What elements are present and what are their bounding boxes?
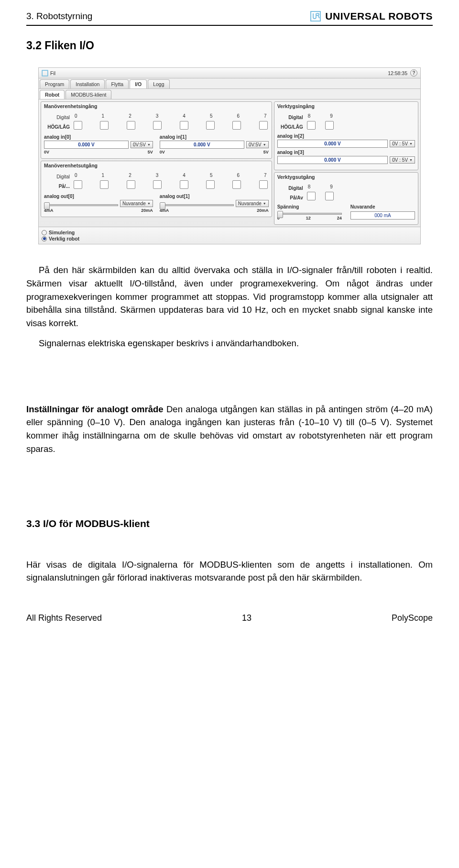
digital-label: Digital bbox=[277, 183, 306, 191]
scale-24: 24 bbox=[337, 216, 342, 220]
analog-in2-value: 0.000 V bbox=[277, 140, 388, 148]
digit-2: 2 bbox=[129, 173, 131, 178]
analog-out1-slider[interactable] bbox=[160, 204, 234, 206]
digit-4: 4 bbox=[183, 173, 186, 178]
simulering-label: Simulering bbox=[49, 230, 75, 235]
do-6[interactable] bbox=[232, 180, 241, 189]
para-3-runin: Inställningar för analogt område bbox=[26, 404, 164, 414]
ss-footer: Simulering Verklig robot bbox=[39, 227, 420, 244]
pa-label: På/... bbox=[44, 181, 73, 189]
digit-7: 7 bbox=[264, 173, 267, 178]
panel-controller-output: Manöverenhetsutgång Digital 0 1 2 3 4 5 … bbox=[41, 161, 272, 217]
footer-right: PolyScope bbox=[392, 613, 433, 623]
footer-page: 13 bbox=[242, 613, 251, 623]
scale-12: 12 bbox=[306, 216, 311, 220]
para-2: Signalernas elektriska egenskaper beskri… bbox=[26, 337, 433, 350]
do-5[interactable] bbox=[206, 180, 215, 189]
para-3: Inställningar för analogt område Den ana… bbox=[26, 403, 433, 456]
di-5 bbox=[206, 121, 215, 130]
digit-6: 6 bbox=[237, 173, 240, 178]
do-3[interactable] bbox=[153, 180, 162, 189]
di-3 bbox=[153, 121, 162, 130]
sub-tab-row: Robot MODBUS-klient bbox=[39, 89, 420, 99]
panel-controller-output-title: Manöverenhetsutgång bbox=[44, 163, 269, 168]
tdo-9[interactable] bbox=[325, 192, 334, 200]
digit-3: 3 bbox=[156, 173, 159, 178]
analog-in1-value: 0.000 V bbox=[160, 141, 244, 149]
do-0[interactable] bbox=[74, 180, 82, 189]
digit-2: 2 bbox=[129, 113, 131, 119]
do-2[interactable] bbox=[127, 180, 135, 189]
analog-out0-label: analog out[0] bbox=[44, 194, 153, 199]
analog-in3-range[interactable]: 0V : 5V bbox=[390, 156, 415, 164]
analog-in1-label: analog in[1] bbox=[160, 134, 269, 140]
analog-out0-slider[interactable] bbox=[44, 204, 118, 206]
doc-header: 3. Robotstyrning UNIVERSAL ROBOTS bbox=[26, 0, 433, 26]
radio-simulering[interactable] bbox=[42, 230, 47, 235]
brand-logo: UNIVERSAL ROBOTS bbox=[310, 11, 433, 22]
verklig-label: Verklig robot bbox=[49, 236, 79, 242]
digit-4: 4 bbox=[183, 113, 186, 119]
tab-modbus[interactable]: MODBUS-klient bbox=[66, 90, 111, 99]
scale-20ma: 20mA bbox=[141, 208, 153, 213]
tdi-8 bbox=[307, 121, 316, 130]
doc-footer: All Rights Reserved 13 PolyScope bbox=[26, 613, 433, 623]
di-1 bbox=[100, 121, 109, 130]
ss-topbar: Fil 12:58:35 ? bbox=[39, 68, 420, 78]
scale-20ma: 20mA bbox=[257, 208, 269, 213]
nuvarande-label: Nuvarande bbox=[350, 204, 415, 209]
para-1: På den här skärmbilden kan du alltid öve… bbox=[26, 264, 433, 330]
analog-in0-label: analog in[0] bbox=[44, 134, 153, 140]
digit-7: 7 bbox=[264, 113, 267, 119]
ur-logo-small-icon bbox=[42, 70, 48, 77]
digit-0: 0 bbox=[75, 113, 77, 119]
panel-tool-output-title: Verktygsutgång bbox=[277, 174, 415, 180]
file-menu[interactable]: Fil bbox=[50, 70, 55, 76]
main-tab-row: Program Installation Flytta I/O Logg bbox=[39, 78, 420, 89]
di-4 bbox=[180, 121, 188, 130]
analog-out1-label: analog out[1] bbox=[160, 194, 269, 199]
help-icon[interactable]: ? bbox=[410, 69, 417, 77]
scale-0v: 0V bbox=[44, 150, 49, 154]
spanning-label: Spänning bbox=[277, 204, 342, 209]
tool-current-value: 000 mA bbox=[350, 211, 415, 220]
digit-9: 9 bbox=[330, 113, 333, 119]
analog-in3-label: analog in[3] bbox=[277, 150, 415, 155]
di-7 bbox=[259, 121, 268, 130]
io-screenshot: Fil 12:58:35 ? Program Installation Flyt… bbox=[38, 67, 421, 244]
do-7[interactable] bbox=[259, 180, 268, 189]
panel-controller-input-title: Manöverenhetsingång bbox=[44, 103, 269, 109]
tdo-8[interactable] bbox=[307, 192, 316, 200]
digit-9: 9 bbox=[330, 184, 333, 189]
panel-controller-input: Manöverenhetsingång Digital 0 1 2 3 4 5 … bbox=[41, 101, 272, 159]
digital-label: Digital bbox=[44, 171, 73, 179]
digit-6: 6 bbox=[237, 113, 240, 119]
tdi-9 bbox=[325, 121, 334, 130]
tab-logg[interactable]: Logg bbox=[148, 79, 169, 88]
analog-in2-range[interactable]: 0V : 5V bbox=[390, 140, 415, 147]
chapter-title: 3. Robotstyrning bbox=[26, 11, 92, 22]
digit-1: 1 bbox=[102, 113, 105, 119]
tab-io[interactable]: I/O bbox=[130, 79, 147, 88]
digit-5: 5 bbox=[210, 113, 213, 119]
analog-in0-range[interactable]: 0V:5V bbox=[131, 141, 153, 148]
do-4[interactable] bbox=[180, 180, 188, 189]
hoglag-label: HÖG/LÅG bbox=[44, 121, 73, 130]
di-0 bbox=[74, 121, 82, 130]
do-1[interactable] bbox=[100, 180, 109, 189]
di-2 bbox=[127, 121, 135, 130]
digit-3: 3 bbox=[156, 113, 159, 119]
tab-program[interactable]: Program bbox=[40, 79, 69, 88]
scale-5v: 5V bbox=[263, 150, 269, 154]
tab-flytta[interactable]: Flytta bbox=[106, 79, 129, 88]
analog-in1-range[interactable]: 0V:5V bbox=[246, 141, 269, 148]
footer-left: All Rights Reserved bbox=[26, 613, 102, 623]
ur-logo-icon bbox=[310, 11, 321, 22]
analog-out0-mode[interactable]: Nuvarande bbox=[120, 200, 153, 207]
tab-installation[interactable]: Installation bbox=[70, 79, 105, 88]
tab-robot[interactable]: Robot bbox=[40, 90, 65, 99]
radio-verklig[interactable] bbox=[42, 236, 47, 242]
tool-voltage-slider[interactable] bbox=[277, 213, 342, 215]
digit-8: 8 bbox=[308, 184, 311, 189]
analog-out1-mode[interactable]: Nuvarande bbox=[236, 200, 269, 207]
